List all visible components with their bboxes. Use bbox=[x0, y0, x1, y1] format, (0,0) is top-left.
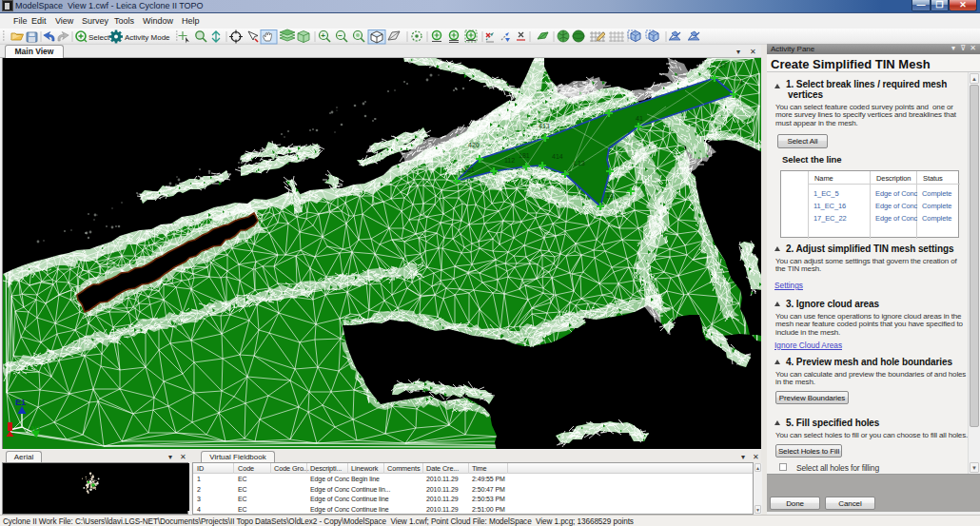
svg-text:L13: L13 bbox=[574, 160, 585, 166]
svg-text:420: 420 bbox=[468, 142, 480, 148]
svg-text:E1: E1 bbox=[15, 398, 26, 407]
svg-text:−: − bbox=[338, 31, 343, 40]
svg-text:Activity Mode: Activity Mode bbox=[125, 33, 170, 42]
svg-text:13: 13 bbox=[606, 192, 614, 199]
svg-text:181: 181 bbox=[463, 166, 475, 173]
svg-text:112: 112 bbox=[504, 157, 515, 164]
svg-text:414: 414 bbox=[552, 153, 563, 160]
svg-text:Select: Select bbox=[88, 33, 110, 42]
svg-text:41: 41 bbox=[636, 115, 643, 122]
svg-text:413: 413 bbox=[539, 123, 550, 129]
svg-text:4: 4 bbox=[739, 79, 743, 86]
svg-text:+: + bbox=[321, 31, 325, 40]
svg-text:17: 17 bbox=[719, 62, 727, 68]
svg-text:N1: N1 bbox=[31, 424, 42, 433]
svg-text:181: 181 bbox=[519, 152, 530, 159]
